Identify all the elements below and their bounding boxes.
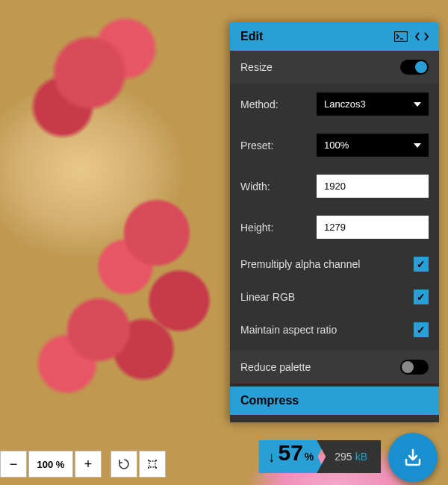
size-value: 295 bbox=[335, 451, 352, 463]
premultiply-checkbox[interactable]: ✓ bbox=[414, 257, 429, 272]
preset-label: Preset: bbox=[240, 140, 273, 151]
rotate-button[interactable] bbox=[111, 451, 137, 478]
premultiply-label: Premultiply alpha channel bbox=[240, 258, 360, 270]
linear-rgb-checkbox[interactable]: ✓ bbox=[414, 290, 429, 304]
edit-panel: Edit Resize Method: Lanczos3 Preset: 100… bbox=[230, 22, 439, 422]
aspect-checkbox[interactable]: ✓ bbox=[414, 322, 429, 337]
size-badge: 295 kB bbox=[317, 440, 381, 473]
reduce-palette-toggle[interactable] bbox=[400, 360, 429, 375]
size-unit: kB bbox=[355, 451, 367, 463]
compress-body: MozJPEG bbox=[230, 415, 439, 422]
width-label: Width: bbox=[240, 181, 270, 193]
preset-select[interactable]: 100% bbox=[317, 134, 429, 157]
compress-header: Compress bbox=[230, 387, 439, 415]
reduce-palette-label: Reduce palette bbox=[240, 361, 311, 373]
zoom-level[interactable]: 100 % bbox=[28, 451, 73, 478]
edit-header: Edit bbox=[230, 22, 439, 51]
svg-rect-1 bbox=[149, 461, 155, 467]
zoom-out-button[interactable]: − bbox=[0, 451, 27, 478]
resize-toggle[interactable] bbox=[400, 60, 429, 75]
aspect-label: Maintain aspect ratio bbox=[240, 324, 337, 336]
down-arrow-icon: ↓ bbox=[267, 448, 275, 466]
method-label: Method: bbox=[240, 98, 279, 110]
download-button[interactable] bbox=[388, 433, 438, 482]
compression-stats: ↓ 57 % 295 kB bbox=[258, 440, 381, 473]
height-label: Height: bbox=[240, 222, 273, 234]
height-input[interactable] bbox=[317, 216, 429, 239]
edit-title: Edit bbox=[240, 30, 263, 43]
zoom-in-button[interactable]: + bbox=[75, 451, 102, 478]
download-icon bbox=[402, 446, 424, 469]
resize-header-row: Resize bbox=[230, 51, 439, 84]
percent-unit: % bbox=[305, 451, 314, 463]
svg-rect-4 bbox=[148, 467, 149, 469]
zoom-toolbar: − 100 % + bbox=[0, 451, 166, 478]
width-input[interactable] bbox=[317, 175, 429, 198]
resize-label: Resize bbox=[240, 61, 273, 73]
svg-rect-0 bbox=[395, 32, 408, 42]
svg-rect-5 bbox=[155, 467, 157, 469]
swap-sides-icon[interactable] bbox=[415, 31, 429, 42]
transform-button[interactable] bbox=[139, 451, 166, 478]
percent-badge: ↓ 57 % bbox=[258, 440, 326, 473]
linear-rgb-label: Linear RGB bbox=[240, 291, 295, 303]
svg-rect-2 bbox=[148, 460, 149, 461]
cli-icon[interactable] bbox=[394, 31, 408, 42]
svg-rect-3 bbox=[155, 460, 157, 461]
resize-group: Method: Lanczos3 Preset: 100% Width: Hei… bbox=[230, 84, 439, 351]
method-select[interactable]: Lanczos3 bbox=[317, 93, 429, 116]
compress-title: Compress bbox=[240, 394, 299, 407]
percent-value: 57 bbox=[278, 440, 302, 466]
reduce-palette-row: Reduce palette bbox=[230, 351, 439, 384]
